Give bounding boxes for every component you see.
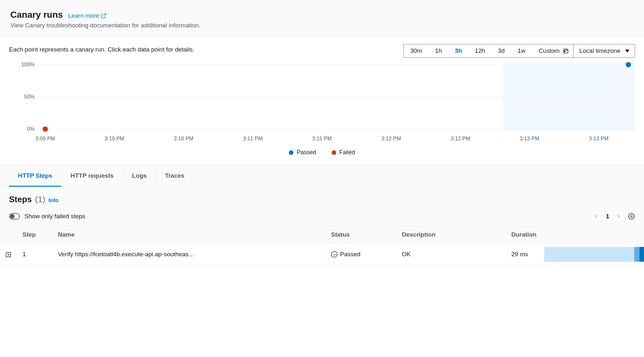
col-step[interactable]: Step [17,226,52,244]
calendar-icon [563,48,569,54]
steps-header: Steps (1) Info [0,187,644,206]
external-link-icon [101,13,107,19]
time-range-selector: 30m 1h 3h 12h 3d 1w Custom [403,44,573,58]
col-description[interactable]: Description [396,226,506,244]
time-range-12h[interactable]: 12h [469,44,492,57]
svg-text:3:09 PM: 3:09 PM [35,136,55,141]
timezone-select[interactable]: Local timezone [573,44,635,58]
svg-rect-4 [564,51,565,52]
time-range-1w[interactable]: 1w [511,44,532,57]
pagination: 1 [593,213,635,220]
col-duration-bar [544,226,644,244]
legend-passed-dot-icon [289,150,293,155]
steps-count: (1) [35,194,45,204]
caret-down-icon [625,50,630,52]
prev-page-button[interactable] [593,213,599,219]
cell-duration: 29 ms [506,244,544,265]
steps-table: Step Name Status Description Duration + … [0,226,644,265]
tab-http-steps[interactable]: HTTP Steps [9,165,61,186]
chart-point-failed[interactable] [43,127,48,132]
timezone-label: Local timezone [579,47,620,54]
time-range-3h[interactable]: 3h [448,44,468,57]
page-title: Canary runs [10,10,63,20]
failed-steps-toggle[interactable] [9,213,20,220]
time-range-custom[interactable]: Custom [532,44,573,57]
page-number: 1 [606,213,609,220]
svg-text:3:10 PM: 3:10 PM [174,136,194,141]
legend-passed[interactable]: Passed [289,149,316,156]
legend-failed-dot-icon [332,150,336,155]
svg-text:100%: 100% [21,61,35,67]
col-expand [0,226,17,244]
legend-passed-label: Passed [297,149,316,156]
time-range-30m[interactable]: 30m [404,44,429,57]
chart-legend: Passed Failed [9,145,635,165]
legend-failed[interactable]: Failed [332,149,355,156]
page-header: Canary runs Learn more View Canary troub… [0,0,644,36]
learn-more-label: Learn more [68,12,99,19]
svg-text:3:12 PM: 3:12 PM [381,136,401,141]
failed-steps-toggle-label: Show only failed steps [24,213,85,220]
col-duration[interactable]: Duration [506,226,544,244]
svg-text:3:12 PM: 3:12 PM [450,136,470,141]
col-status[interactable]: Status [325,226,396,244]
time-controls: 30m 1h 3h 12h 3d 1w Custom Local timezon… [403,44,635,58]
cell-status: Passed [340,251,360,258]
next-page-button[interactable] [616,213,621,219]
table-row[interactable]: + 1 Verify https://fcetoatl4b.execute-ap… [0,244,644,265]
svg-text:3:11 PM: 3:11 PM [243,136,263,141]
chart-point-passed[interactable] [626,62,631,67]
chart-section: Each point represents a canary run. Clic… [0,36,644,165]
time-range-1h[interactable]: 1h [429,44,448,57]
settings-button[interactable] [628,213,635,220]
steps-title: Steps [9,194,32,204]
details-section: HTTP Steps HTTP requests Logs Traces Ste… [0,165,644,265]
steps-info-link[interactable]: Info [49,197,59,204]
tabs-bar: HTTP Steps HTTP requests Logs Traces [0,165,644,187]
cell-step: 1 [17,244,52,265]
svg-text:3:13 PM: 3:13 PM [520,136,539,141]
cell-description: OK [396,244,506,265]
legend-failed-label: Failed [339,149,355,156]
cell-name: Verify https://fcetoatl4b.execute-api.ap… [52,244,325,265]
svg-text:3:13 PM: 3:13 PM [589,136,609,141]
svg-text:0%: 0% [27,126,35,132]
chart-plot[interactable]: 100% 50% 0% 3:09 PM 3:10 PM 3:10 PM 3:11… [9,61,635,145]
tab-http-requests[interactable]: HTTP requests [62,165,123,186]
expand-row-button[interactable]: + [6,252,11,257]
svg-text:50%: 50% [24,94,35,99]
page-subtitle: View Canary troubleshooting documentatio… [10,22,634,29]
svg-point-20 [630,215,632,217]
col-name[interactable]: Name [52,226,325,244]
duration-bar [544,247,644,262]
tab-logs[interactable]: Logs [123,165,156,186]
time-range-3d[interactable]: 3d [491,44,511,57]
chart-description: Each point represents a canary run. Clic… [9,44,194,53]
custom-label: Custom [539,47,560,54]
learn-more-link[interactable]: Learn more [68,12,106,19]
svg-text:3:11 PM: 3:11 PM [312,136,332,141]
check-circle-icon [331,251,337,258]
tab-traces[interactable]: Traces [156,165,193,186]
svg-text:3:10 PM: 3:10 PM [105,136,124,141]
